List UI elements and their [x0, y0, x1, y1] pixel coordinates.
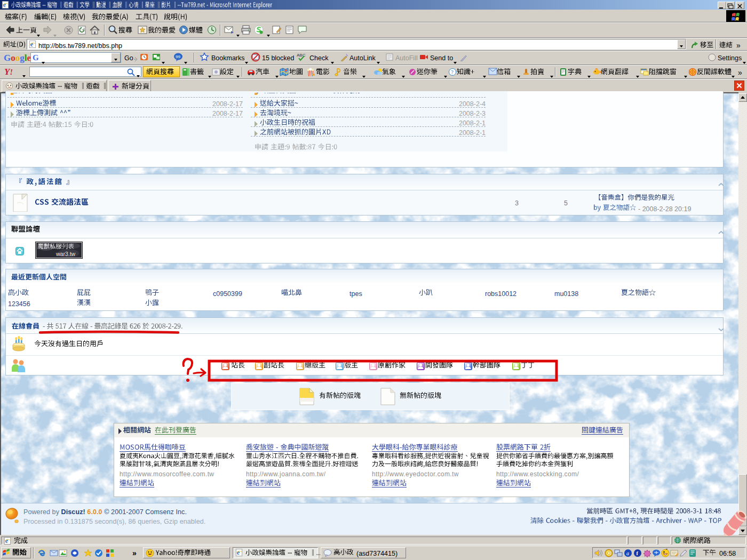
svg-text:e: e: [5, 537, 9, 545]
svg-text:ABC: ABC: [297, 53, 306, 58]
svg-text:e: e: [30, 41, 34, 48]
svg-text:e: e: [237, 549, 240, 556]
svg-text:a: a: [626, 550, 629, 556]
svg-text:e: e: [3, 1, 6, 9]
svg-text:G: G: [33, 53, 39, 62]
svg-text:99: 99: [176, 54, 180, 59]
svg-text:?: ?: [451, 69, 454, 75]
